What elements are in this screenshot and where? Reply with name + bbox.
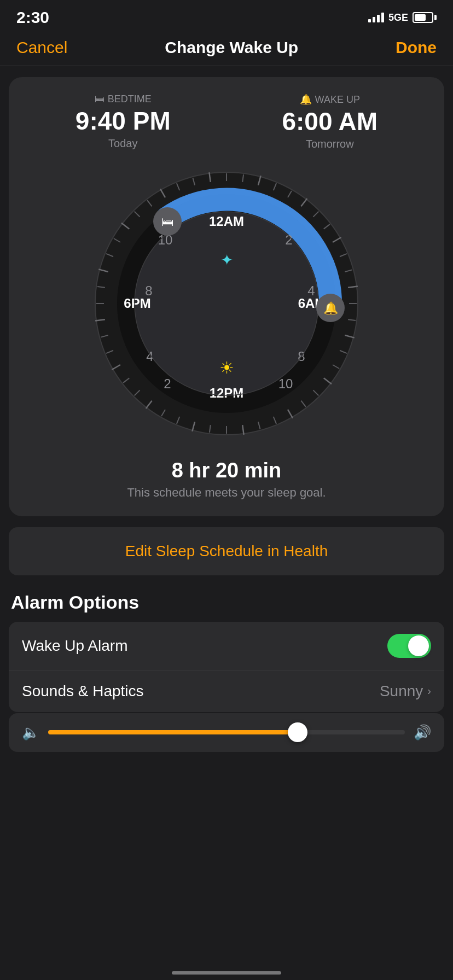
sounds-haptics-label: Sounds & Haptics	[22, 682, 144, 700]
toggle-knob	[408, 635, 429, 656]
clock-container[interactable]: 12AM 2 4 6AM 8 10 12PM 2 4 6PM	[20, 161, 433, 446]
sleep-hours-value: 8 hr 20 min	[20, 459, 433, 482]
bedtime-label: 🛏 BEDTIME	[76, 94, 171, 105]
wake-up-alarm-row[interactable]: Wake Up Alarm	[9, 622, 444, 670]
volume-high-icon: 🔊	[414, 724, 431, 741]
bedtime-value: 9:40 PM	[76, 107, 171, 135]
done-button[interactable]: Done	[396, 38, 437, 57]
wake-up-alarm-label: Wake Up Alarm	[22, 637, 127, 655]
alarm-options-section: Alarm Options Wake Up Alarm Sounds & Hap…	[9, 592, 444, 752]
sounds-haptics-row[interactable]: Sounds & Haptics Sunny ›	[9, 670, 444, 712]
edit-schedule-button[interactable]: Edit Sleep Schedule in Health	[9, 527, 444, 575]
status-time: 2:30	[16, 8, 49, 27]
status-bar: 2:30 5GE	[0, 0, 453, 30]
alarm-settings-card: Wake Up Alarm Sounds & Haptics Sunny ›	[9, 622, 444, 712]
bed-icon: 🛏	[95, 94, 104, 105]
wakeup-value: 6:00 AM	[282, 108, 378, 136]
bell-icon: 🔔	[300, 94, 312, 106]
bedtime-day: Today	[76, 137, 171, 150]
wake-up-alarm-toggle[interactable]	[387, 634, 431, 658]
battery-icon	[413, 12, 437, 23]
wakeup-label: 🔔 WAKE UP	[282, 94, 378, 106]
volume-slider-thumb[interactable]	[288, 722, 307, 742]
volume-slider[interactable]	[48, 730, 405, 734]
volume-row: 🔈 🔊	[9, 713, 444, 752]
home-indicator	[172, 971, 281, 975]
time-header: 🛏 BEDTIME 9:40 PM Today 🔔 WAKE UP 6:00 A…	[20, 94, 433, 150]
volume-slider-fill	[48, 730, 298, 734]
wakeup-section: 🔔 WAKE UP 6:00 AM Tomorrow	[282, 94, 378, 150]
signal-label: 5GE	[388, 12, 408, 24]
wakeup-day: Tomorrow	[282, 138, 378, 150]
volume-low-icon: 🔈	[22, 724, 39, 741]
status-icons: 5GE	[368, 12, 437, 24]
nav-bar: Cancel Change Wake Up Done	[0, 30, 453, 66]
cancel-button[interactable]: Cancel	[16, 38, 67, 57]
edit-schedule-label: Edit Sleep Schedule in Health	[125, 542, 328, 559]
sounds-haptics-current-value: Sunny	[380, 682, 423, 700]
sleep-duration: 8 hr 20 min This schedule meets your sle…	[20, 459, 433, 500]
signal-bars-icon	[368, 13, 384, 22]
clock-face[interactable]: 12AM 2 4 6AM 8 10 12PM 2 4 6PM	[84, 161, 369, 446]
sounds-haptics-value: Sunny ›	[380, 682, 431, 700]
clock-card: 🛏 BEDTIME 9:40 PM Today 🔔 WAKE UP 6:00 A…	[9, 77, 444, 516]
chevron-right-icon: ›	[427, 685, 431, 697]
page-title: Change Wake Up	[165, 38, 298, 57]
sleep-goal-text: This schedule meets your sleep goal.	[20, 486, 433, 500]
alarm-options-title: Alarm Options	[9, 592, 444, 613]
bedtime-section: 🛏 BEDTIME 9:40 PM Today	[76, 94, 171, 150]
